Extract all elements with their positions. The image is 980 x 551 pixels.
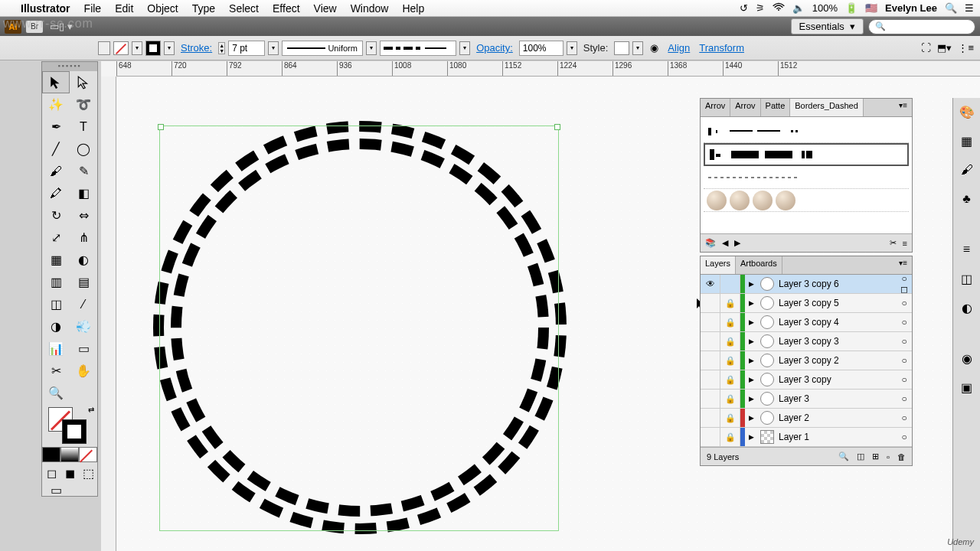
visibility-toggle[interactable] [701,390,720,408]
brush-list[interactable] [701,117,912,233]
rotate-tool[interactable]: ↻ [42,204,70,227]
lock-toggle[interactable]: 🔒 [720,294,740,312]
color-mode-solid[interactable] [42,447,60,462]
type-tool[interactable]: T [70,116,97,138]
reflect-tool[interactable]: ⇔ [70,204,97,227]
menu-file[interactable]: File [77,2,109,15]
align-link[interactable]: Align [665,42,693,54]
ellipse-tool[interactable]: ◯ [70,138,97,160]
workspace-switcher[interactable]: Essentials ▾ [791,18,864,34]
lock-toggle[interactable]: 🔒 [720,428,740,446]
panel-menu-icon[interactable]: ▾≡ [894,99,912,116]
panel-menu-icon[interactable]: ▾≡ [894,256,912,274]
pen-tool[interactable]: ✒ [42,116,70,138]
isolate-icon[interactable]: ⛶ [921,42,931,54]
mesh-tool[interactable]: ▤ [70,271,97,293]
menu-type[interactable]: Type [185,2,222,15]
ruler-vertical[interactable] [101,77,116,551]
graphic-styles-panel-icon[interactable]: ▣ [959,380,975,395]
direct-selection-tool[interactable] [70,71,97,93]
width-tool[interactable]: ⋔ [70,227,97,249]
user-name[interactable]: Evelyn Lee [885,2,937,14]
layer-name[interactable]: Layer 3 copy 4 [777,317,897,328]
delete-layer-icon[interactable]: 🗑 [897,452,906,461]
brush-row[interactable] [704,189,909,212]
gradient-panel-icon[interactable]: ◫ [959,271,975,286]
color-panel-icon[interactable]: 🎨 [959,104,975,119]
magic-wand-tool[interactable]: ✨ [42,93,70,116]
recolor-icon[interactable]: ◉ [646,42,662,54]
layer-row[interactable]: 🔒▶Layer 3 copy 5○ [701,294,912,313]
brush-remove-icon[interactable]: ✂ [890,238,897,248]
tab-arrow1[interactable]: Arrov [701,99,730,116]
menu-select[interactable]: Select [222,2,266,15]
disclosure-icon[interactable]: ▶ [745,357,757,364]
lock-toggle[interactable]: 🔒 [720,332,740,350]
paintbrush-tool[interactable]: 🖌 [42,160,70,182]
appearance-panel-icon[interactable]: ◉ [959,350,975,366]
disclosure-icon[interactable]: ▶ [745,433,757,441]
disclosure-icon[interactable]: ▶ [745,376,757,383]
lock-toggle[interactable]: 🔒 [720,370,740,389]
clip-mask-icon[interactable]: ◫ [857,452,864,461]
eraser-tool[interactable]: ◧ [70,182,97,204]
line-tool[interactable]: ╱ [42,138,70,160]
visibility-toggle[interactable] [701,313,720,331]
symbols-panel-icon[interactable]: ♣ [959,191,975,207]
disclosure-icon[interactable]: ▶ [745,299,757,307]
tab-arrow2[interactable]: Arrov [730,99,760,116]
opacity-label[interactable]: Opacity: [473,42,516,54]
eyedropper-tool[interactable]: ⁄ [70,293,97,315]
target-icon[interactable]: ○ [897,298,912,308]
lock-toggle[interactable]: 🔒 [720,313,740,331]
layer-row[interactable]: 🔒▶Layer 3 copy 2○ [701,351,912,370]
lock-toggle[interactable] [720,275,740,293]
target-icon[interactable]: ○ [897,374,912,385]
panel-grip[interactable]: ▪▪▪▪▪▪ [42,62,97,71]
target-icon[interactable]: ○ [897,317,912,328]
wifi-icon[interactable] [773,2,785,15]
opacity-input[interactable] [519,41,564,56]
swap-icon[interactable]: ⇄ [88,406,94,414]
lock-toggle[interactable]: 🔒 [720,351,740,370]
target-icon[interactable]: ○ [897,432,912,442]
more-icon[interactable]: ⋮≡ [958,42,974,54]
disclosure-icon[interactable]: ▶ [745,318,757,326]
layer-name[interactable]: Layer 2 [777,412,897,423]
swatches-panel-icon[interactable]: ▦ [959,133,975,148]
visibility-toggle[interactable]: 👁 [701,275,720,293]
artboard-tool[interactable]: ▭ [70,337,97,360]
perspective-tool[interactable]: ▥ [42,271,70,293]
transparency-panel-icon[interactable]: ◐ [959,300,975,315]
brush-row-selected[interactable] [704,143,909,166]
battery-icon[interactable]: 🔋 [845,2,858,14]
layer-row[interactable]: 🔒▶Layer 3 copy 3○ [701,332,912,351]
target-icon[interactable]: ○ [897,355,912,366]
selection-tool[interactable] [42,71,70,93]
stroke-panel-icon[interactable]: ≡ [959,242,975,257]
fill-swatch[interactable] [113,41,129,55]
disclosure-icon[interactable]: ▶ [745,337,757,345]
symbol-sprayer-tool[interactable]: 💨 [70,315,97,337]
history-icon[interactable]: ↺ [740,2,748,14]
layer-name[interactable]: Layer 3 copy 3 [777,336,897,347]
visibility-toggle[interactable] [701,332,720,350]
layer-row[interactable]: 🔒▶Layer 1○ [701,428,912,447]
menu-object[interactable]: Object [140,2,185,15]
layer-row[interactable]: 🔒▶Layer 2○ [701,409,912,428]
app-name[interactable]: Illustrator [14,2,77,15]
stroke-swatch[interactable] [145,41,161,56]
brush-row[interactable] [704,166,909,189]
tab-borders-dashed[interactable]: Borders_Dashed [790,99,864,116]
layer-row[interactable]: 🔒▶Layer 3 copy○ [701,370,912,390]
stroke-label[interactable]: Stroke: [178,42,215,54]
layer-name[interactable]: Layer 3 copy 2 [777,355,897,366]
scale-tool[interactable]: ⤢ [42,227,70,249]
target-icon[interactable]: ○ [897,412,912,423]
color-mode-none[interactable] [79,447,97,462]
panel-menu2-icon[interactable]: ≡ [903,239,907,248]
disclosure-icon[interactable]: ▶ [745,280,757,288]
blob-brush-tool[interactable]: 🖍 [42,182,70,204]
hand-tool[interactable]: ✋ [70,360,97,382]
slice-tool[interactable]: ✂ [42,360,70,382]
